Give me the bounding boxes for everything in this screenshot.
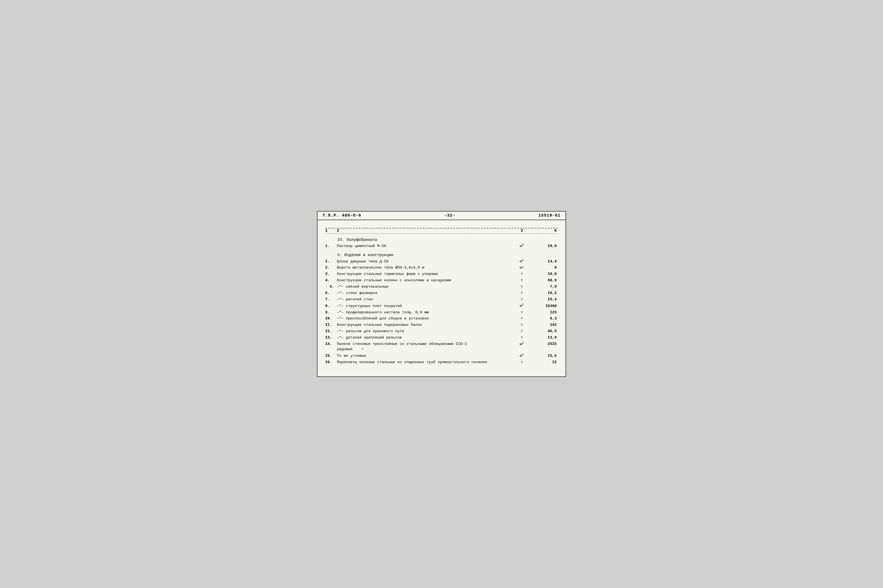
row-desc: –"– деталей креплений рельсов [337, 335, 511, 340]
row-unit: т [511, 360, 533, 365]
header-right: 15519-01 [539, 213, 561, 218]
table-row: I6. Переплеты оконные стальные из спарен… [325, 360, 558, 365]
row-desc: –"– рельсов для кранового пути [337, 328, 511, 334]
table-row: 2. Ворота металлические типа ВПЭ–3,6х3,6… [325, 265, 558, 270]
table-row: I0. –"– приспособлений для сборки и уста… [325, 316, 558, 321]
row-num: 3. [325, 272, 337, 277]
row-unit: м2 [511, 341, 533, 347]
row-num: 9. [325, 310, 337, 315]
row-desc: Конструкции стальные подкрановых балок [337, 322, 511, 328]
row-qty: I4,4 [533, 259, 558, 264]
row-desc: –"– ригелей стен [337, 297, 511, 302]
row-qty: I8,8 [533, 272, 558, 277]
table-row: 3. Конструкции стальные тормозных ферм с… [325, 272, 558, 277]
row-qty: I8,2 [533, 290, 558, 296]
row-qty: I23 [533, 310, 558, 315]
row-desc: –"– связей вертикальные [337, 284, 511, 290]
header-left: Т.П.Р. 400-О-6 [322, 213, 361, 218]
row-qty: I9,0 [533, 243, 558, 249]
row-qty: I2 [533, 360, 558, 365]
row-unit: т [511, 310, 533, 315]
row-num: I. [325, 259, 337, 264]
row-unit: т [511, 329, 533, 334]
page-header: Т.П.Р. 400-О-6 -32- 15519-01 [317, 212, 566, 220]
table-row: I4. Панели стеновые трехслойные со сталь… [325, 341, 558, 352]
row-qty: I42 [533, 322, 558, 328]
col-header-2: 2 [337, 228, 511, 233]
row-num: I6. [325, 360, 337, 365]
table-row: I5. То же угловые м2 I5,5 [325, 353, 558, 359]
row-unit: т [511, 316, 533, 321]
header-center: -32- [444, 213, 455, 218]
table-row: · 5. –"– связей вертикальные т 7,0 [325, 284, 558, 290]
row-qty: I3,0 [533, 335, 558, 340]
row-unit: т [511, 322, 533, 328]
row-desc: –"– приспособлений для сборки и установк… [337, 316, 511, 321]
row-unit: т [511, 291, 533, 296]
row-unit: т [511, 278, 533, 283]
row-qty: 7,0 [533, 284, 558, 290]
row-desc: Раствор цементный М–50 [337, 243, 511, 249]
table-row: I2. –"– рельсов для кранового пути т 45,… [325, 328, 558, 334]
page-content: 1 2 3 4 IV. Полуфабрикаты 1. Раствор цем… [317, 220, 566, 371]
row-desc: Конструкции стальные колонн с консолями … [337, 278, 511, 283]
row-desc: Блоки дверные типа Д-59 [337, 259, 511, 264]
row-qty: 45,5 [533, 328, 558, 334]
row-qty: I5,5 [533, 353, 558, 359]
row-num: I4. [325, 341, 337, 347]
row-desc: –"– профилированного настила толщ. 0,9 м… [337, 310, 511, 315]
row-desc: То же угловые [337, 353, 511, 359]
row-num: · 5. [325, 284, 337, 290]
section-v-title: V. Изделия и конструкции [325, 253, 558, 257]
row-qty: 88,9 [533, 278, 558, 283]
document-page: Т.П.Р. 400-О-6 -32- 15519-01 1 2 3 4 IV.… [317, 211, 566, 377]
row-unit: м2 [511, 353, 533, 359]
row-unit: м2 [511, 303, 533, 309]
row-qty: I5,4 [533, 297, 558, 302]
row-desc: Конструкции стальные тормозных ферм с уп… [337, 272, 511, 277]
section-iv-title: IV. Полуфабрикаты [325, 238, 558, 242]
row-unit: т [511, 335, 533, 340]
row-unit: т [511, 272, 533, 277]
col-header-1: 1 [325, 228, 337, 233]
row-num: I2. [325, 328, 337, 334]
table-row: I. Блоки дверные типа Д-59 м2 I4,4 [325, 258, 558, 264]
table-row: 4. Конструкции стальные колонн с консоля… [325, 278, 558, 283]
row-unit: шт [511, 265, 533, 270]
row-qty: 25I5 [533, 341, 558, 347]
table-row: II. Конструкции стальные подкрановых бал… [325, 322, 558, 328]
col-header-4: 4 [533, 228, 558, 233]
row-num: 6. [325, 290, 337, 296]
table-row: 6. –"– стоек фахверка т I8,2 [325, 290, 558, 296]
row-unit: м2 [511, 258, 533, 264]
row-desc: –"– структурных плит покрытий [337, 303, 511, 309]
row-num: I3. [325, 335, 337, 340]
row-desc: Переплеты оконные стальные из спаренных … [337, 360, 511, 365]
table-row: 1. Раствор цементный М–50 м3 I9,0 [325, 243, 558, 249]
row-qty: 6,3 [533, 316, 558, 321]
col-header-3: 3 [511, 228, 533, 233]
row-qty: 8 [533, 265, 558, 270]
table-row: I3. –"– деталей креплений рельсов т I3,0 [325, 335, 558, 340]
row-num: I5. [325, 353, 337, 359]
table-row: 8. –"– структурных плит покрытий м2 I036… [325, 303, 558, 309]
row-num: II. [325, 322, 337, 328]
column-headers: 1 2 3 4 [325, 228, 558, 234]
row-num: 8. [325, 303, 337, 309]
row-num: 4. [325, 278, 337, 283]
row-num: 7. [325, 297, 337, 302]
row-num: 2. [325, 265, 337, 270]
table-row: 7. –"– ригелей стен т I5,4 [325, 297, 558, 302]
row-desc: Панели стеновые трехслойные со стальными… [337, 341, 511, 352]
row-unit: т [511, 284, 533, 290]
table-row: 9. –"– профилированного настила толщ. 0,… [325, 310, 558, 315]
row-desc: Ворота металлические типа ВПЭ–3,6х3,6 м [337, 265, 511, 270]
row-desc: –"– стоек фахверка [337, 290, 511, 296]
row-num: I0. [325, 316, 337, 321]
row-unit: т [511, 297, 533, 302]
row-qty: I0368 [533, 303, 558, 309]
row-num: 1. [325, 243, 337, 249]
row-unit: м3 [511, 243, 533, 249]
